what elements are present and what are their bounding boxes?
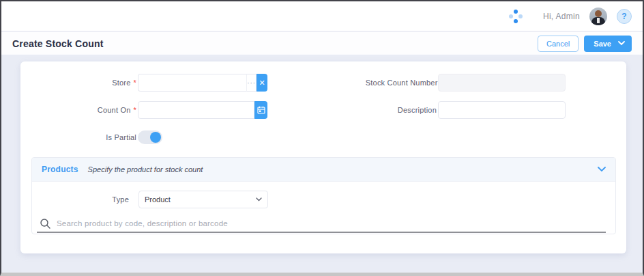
products-subtitle: Specify the product for stock count <box>88 165 203 174</box>
store-lookup-button[interactable]: ··· <box>246 74 257 92</box>
header-actions: Cancel Save <box>538 36 632 52</box>
description-input[interactable] <box>438 101 566 119</box>
save-button-label: Save <box>594 40 611 48</box>
top-bar: Hi, Admin ? <box>1 1 643 31</box>
store-clear-button[interactable]: ✕ <box>257 74 267 92</box>
required-marker: * <box>134 106 136 114</box>
cancel-button[interactable]: Cancel <box>538 36 579 52</box>
description-label: Description <box>321 101 437 119</box>
search-icon <box>40 218 51 230</box>
help-icon[interactable]: ? <box>617 9 632 24</box>
page-header: Create Stock Count Cancel Save <box>1 32 643 55</box>
toggle-knob <box>150 132 161 143</box>
type-row: Type Product <box>32 191 615 208</box>
stock-count-number-input <box>438 74 566 92</box>
chevron-down-icon <box>618 41 625 46</box>
products-title: Products <box>42 165 78 174</box>
product-search-input[interactable] <box>57 219 603 227</box>
count-on-calendar-button[interactable] <box>254 101 267 119</box>
user-avatar[interactable] <box>589 8 607 25</box>
page-body: Store* ··· ✕ Stock Count Number* Count O… <box>1 55 643 273</box>
close-icon: ✕ <box>259 79 265 87</box>
products-section-header: Products Specify the product for stock c… <box>32 158 615 182</box>
product-search-row <box>37 215 606 233</box>
store-input[interactable] <box>138 74 246 92</box>
products-section: Products Specify the product for stock c… <box>31 157 616 234</box>
page-title: Create Stock Count <box>12 38 104 49</box>
save-button[interactable]: Save <box>584 36 632 52</box>
type-select-value: Product <box>145 195 171 204</box>
type-label: Type <box>46 191 129 208</box>
app-window: Hi, Admin ? Create Stock Count Cancel Sa… <box>0 0 644 276</box>
stock-count-form-card: Store* ··· ✕ Stock Count Number* Count O… <box>20 61 626 253</box>
required-marker: * <box>134 79 136 87</box>
chevron-down-icon <box>598 167 606 172</box>
type-select[interactable]: Product <box>138 191 268 208</box>
products-collapse-button[interactable] <box>598 167 606 172</box>
chevron-down-icon <box>256 197 262 202</box>
calendar-icon <box>257 106 265 114</box>
count-on-input-group <box>138 101 267 119</box>
user-greeting: Hi, Admin <box>543 12 580 21</box>
count-on-input[interactable] <box>138 101 254 119</box>
stock-count-number-label: Stock Count Number* <box>321 74 443 92</box>
apps-dots-icon[interactable] <box>509 10 523 23</box>
is-partial-toggle[interactable] <box>138 130 162 144</box>
avatar-head <box>595 10 602 17</box>
store-label: Store* <box>34 74 136 92</box>
store-input-group: ··· ✕ <box>138 74 267 92</box>
avatar-shirt <box>597 18 600 23</box>
count-on-label: Count On* <box>34 101 136 119</box>
is-partial-label: Is Partial <box>34 128 136 146</box>
